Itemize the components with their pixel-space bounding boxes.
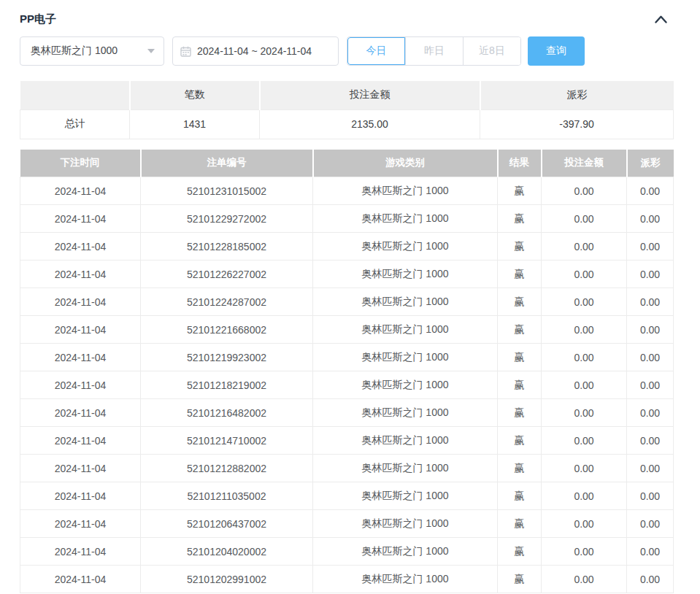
- table-row: 2024-11-0452101221668002奥林匹斯之门 1000赢0.00…: [20, 316, 674, 344]
- table-cell: 赢: [498, 538, 542, 566]
- table-cell: 奥林匹斯之门 1000: [313, 538, 498, 566]
- table-cell: 赢: [498, 566, 542, 593]
- table-row: 2024-11-0452101211035002奥林匹斯之门 1000赢0.00…: [20, 482, 674, 510]
- table-cell: 奥林匹斯之门 1000: [313, 566, 498, 593]
- table-cell: 奥林匹斯之门 1000: [313, 455, 498, 482]
- table-cell: 0.00: [542, 510, 627, 538]
- table-row: 2024-11-0452101218219002奥林匹斯之门 1000赢0.00…: [20, 371, 674, 399]
- game-select-value: 奥林匹斯之门 1000: [31, 45, 118, 58]
- table-cell: 赢: [498, 371, 542, 399]
- table-row: 2024-11-0452101228185002奥林匹斯之门 1000赢0.00…: [20, 233, 674, 261]
- pp-electronic-panel: PP电子 奥林匹斯之门 1000: [0, 0, 700, 593]
- table-cell: 赢: [498, 205, 542, 233]
- table-cell: 2024-11-04: [20, 177, 141, 205]
- table-cell: 0.00: [542, 316, 627, 344]
- summary-header-empty: [20, 81, 130, 109]
- table-cell: 2024-11-04: [20, 538, 141, 566]
- quick-date-button-group: 今日 昨日 近8日: [347, 36, 521, 66]
- panel-header: PP电子: [20, 0, 673, 29]
- table-cell: 2024-11-04: [20, 233, 141, 261]
- table-cell: 0.00: [627, 427, 674, 455]
- chevron-up-icon: [655, 15, 667, 23]
- table-cell: 0.00: [542, 482, 627, 510]
- table-cell: 2024-11-04: [20, 455, 141, 482]
- table-row: 2024-11-0452101224287002奥林匹斯之门 1000赢0.00…: [20, 288, 674, 316]
- col-header-game-type: 游戏类别: [313, 150, 498, 177]
- table-cell: 赢: [498, 399, 542, 427]
- table-cell: 2024-11-04: [20, 371, 141, 399]
- table-row: 2024-11-0452101212882002奥林匹斯之门 1000赢0.00…: [20, 455, 674, 482]
- table-cell: 0.00: [627, 261, 674, 288]
- table-cell: 0.00: [542, 177, 627, 205]
- collapse-button[interactable]: [655, 15, 667, 23]
- table-cell: 赢: [498, 344, 542, 371]
- summary-header-payout: 派彩: [480, 81, 674, 109]
- summary-header-row: 笔数 投注金额 派彩: [20, 81, 674, 109]
- table-cell: 奥林匹斯之门 1000: [313, 427, 498, 455]
- table-cell: 0.00: [542, 371, 627, 399]
- table-row: 2024-11-0452101202991002奥林匹斯之门 1000赢0.00…: [20, 566, 674, 593]
- summary-total-label: 总计: [20, 109, 130, 139]
- game-select[interactable]: 奥林匹斯之门 1000: [20, 36, 164, 66]
- table-cell: 赢: [498, 455, 542, 482]
- table-cell: 2024-11-04: [20, 566, 141, 593]
- table-cell: 52101229272002: [141, 205, 313, 233]
- table-cell: 2024-11-04: [20, 344, 141, 371]
- summary-total-row: 总计 1431 2135.00 -397.90: [20, 109, 674, 139]
- quick-button-last8days[interactable]: 近8日: [463, 37, 520, 65]
- table-cell: 0.00: [542, 427, 627, 455]
- table-cell: 0.00: [627, 566, 674, 593]
- table-cell: 奥林匹斯之门 1000: [313, 344, 498, 371]
- summary-header-bet-amount: 投注金额: [260, 81, 480, 109]
- table-cell: 0.00: [627, 538, 674, 566]
- search-button[interactable]: 查询: [528, 36, 585, 66]
- table-cell: 52101231015002: [141, 177, 313, 205]
- table-cell: 2024-11-04: [20, 399, 141, 427]
- table-row: 2024-11-0452101229272002奥林匹斯之门 1000赢0.00…: [20, 205, 674, 233]
- table-cell: 赢: [498, 233, 542, 261]
- table-cell: 0.00: [627, 288, 674, 316]
- table-cell: 0.00: [542, 261, 627, 288]
- table-cell: 0.00: [542, 566, 627, 593]
- table-cell: 赢: [498, 316, 542, 344]
- table-cell: 0.00: [627, 233, 674, 261]
- table-body: 2024-11-0452101231015002奥林匹斯之门 1000赢0.00…: [20, 177, 674, 593]
- summary-total-payout: -397.90: [480, 109, 674, 139]
- table-cell: 52101214710002: [141, 427, 313, 455]
- table-cell: 赢: [498, 482, 542, 510]
- table-cell: 0.00: [627, 510, 674, 538]
- table-cell: 奥林匹斯之门 1000: [313, 233, 498, 261]
- table-cell: 52101221668002: [141, 316, 313, 344]
- table-cell: 52101212882002: [141, 455, 313, 482]
- table-cell: 52101204020002: [141, 538, 313, 566]
- summary-total-count: 1431: [130, 109, 260, 139]
- table-cell: 奥林匹斯之门 1000: [313, 482, 498, 510]
- table-cell: 奥林匹斯之门 1000: [313, 510, 498, 538]
- quick-button-today[interactable]: 今日: [347, 37, 405, 65]
- table-cell: 2024-11-04: [20, 261, 141, 288]
- date-range-picker[interactable]: 2024-11-04 ~ 2024-11-04: [172, 36, 339, 66]
- col-header-bet-time: 下注时间: [20, 150, 141, 177]
- date-range-value: 2024-11-04 ~ 2024-11-04: [197, 45, 312, 57]
- table-cell: 0.00: [542, 233, 627, 261]
- chevron-down-icon: [147, 49, 155, 53]
- table-row: 2024-11-0452101216482002奥林匹斯之门 1000赢0.00…: [20, 399, 674, 427]
- quick-button-yesterday[interactable]: 昨日: [405, 37, 463, 65]
- table-cell: 2024-11-04: [20, 205, 141, 233]
- table-cell: 52101224287002: [141, 288, 313, 316]
- table-cell: 0.00: [627, 205, 674, 233]
- table-cell: 奥林匹斯之门 1000: [313, 316, 498, 344]
- col-header-bet-id: 注单编号: [141, 150, 313, 177]
- table-cell: 2024-11-04: [20, 510, 141, 538]
- table-cell: 0.00: [627, 371, 674, 399]
- table-cell: 赢: [498, 510, 542, 538]
- table-cell: 0.00: [627, 455, 674, 482]
- table-cell: 赢: [498, 427, 542, 455]
- table-cell: 0.00: [627, 316, 674, 344]
- table-cell: 2024-11-04: [20, 482, 141, 510]
- col-header-bet-amount: 投注金额: [542, 150, 627, 177]
- table-cell: 0.00: [542, 205, 627, 233]
- table-cell: 52101202991002: [141, 566, 313, 593]
- table-cell: 52101218219002: [141, 371, 313, 399]
- table-cell: 52101228185002: [141, 233, 313, 261]
